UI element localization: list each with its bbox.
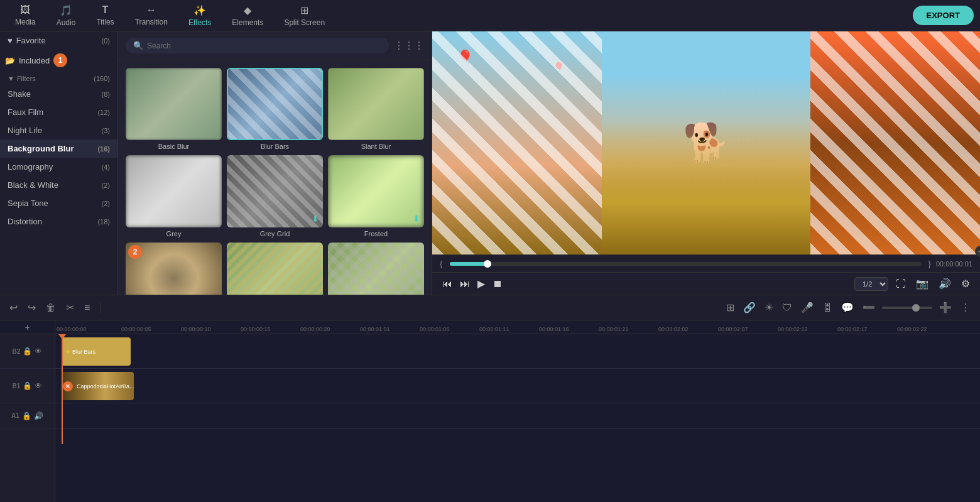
export-button[interactable]: EXPORT (913, 6, 974, 25)
sidebar-item-included[interactable]: 📂 Included 1 ◀ (0, 50, 117, 71)
more-options-button[interactable]: ⋮ (959, 300, 972, 315)
nav-effects[interactable]: ✨ Effects (180, 2, 220, 30)
effect-thumb-rings: 2 (126, 243, 222, 295)
grid-layout-icon[interactable]: ⋮⋮⋮ (394, 40, 424, 52)
effect-diamonds[interactable]: ⬇ Diamonds (328, 243, 424, 295)
rewind-button[interactable]: ⏮ (440, 276, 455, 292)
tracks-scroll-area[interactable]: 00:00:00:00 00:00:00:05 00:00:00:10 00:0… (55, 320, 980, 502)
ruler-time-3: 00:00:00:15 (241, 326, 271, 332)
audio-volume[interactable]: 🔊 (34, 412, 43, 420)
nav-titles[interactable]: T Titles (87, 2, 122, 29)
volume-button[interactable]: 🔊 (936, 275, 954, 292)
lomography-label: Lomography (8, 162, 53, 172)
sidebar-item-background-blur[interactable]: Background Blur (16) (0, 139, 117, 158)
sidebar-item-distortion[interactable]: Distortion (18) (0, 212, 117, 231)
sepia-tone-label: Sepia Tone (8, 199, 48, 208)
zoom-slider[interactable] (882, 307, 932, 309)
effect-slant-blur-label: Slant Blur (328, 143, 424, 150)
step-back-button[interactable]: ⏭ (457, 276, 472, 292)
track-2-number: B2 (13, 348, 21, 355)
fullscreen-button[interactable]: ⛶ (893, 276, 908, 292)
sidebar-item-black-white[interactable]: Black & White (2) (0, 176, 117, 194)
ruler-time-14: 00:00:02:22 (897, 326, 927, 332)
mic-button[interactable]: 🎤 (799, 300, 815, 315)
black-white-count: (2) (102, 182, 110, 189)
bracket-end: } (928, 259, 931, 268)
sidebar-item-night-life[interactable]: Night Life (3) (0, 121, 117, 139)
undo-button[interactable]: ↩ (8, 300, 19, 315)
sidebar-item-favorite[interactable]: ♥ Favorite (0) (0, 31, 117, 50)
add-track-button[interactable]: ⊞ (724, 300, 736, 315)
audio-mix-button[interactable]: 🎛 (820, 300, 834, 315)
track-1-number: B1 (13, 383, 21, 390)
zoom-handle[interactable] (912, 304, 920, 312)
progress-bar[interactable] (450, 262, 920, 266)
snapshot-button[interactable]: 📷 (913, 275, 931, 292)
quality-select[interactable]: 1/2 (854, 277, 888, 291)
clip-x-button[interactable]: ✕ (63, 381, 73, 391)
effect-clip-blur-bars[interactable]: ★ Blur Bars (62, 337, 131, 366)
nav-transition[interactable]: ↔ Transition (126, 2, 177, 29)
sidebar-item-lomography[interactable]: Lomography (4) (0, 158, 117, 176)
effect-blur-bars[interactable]: Blur Bars (227, 68, 323, 150)
effect-interwoven[interactable]: ⬇ Interwoven (227, 243, 323, 295)
sidebar-item-sepia-tone[interactable]: Sepia Tone (2) (0, 194, 117, 212)
search-box[interactable]: 🔍 (126, 38, 389, 53)
control-buttons-bar: ⏮ ⏭ ▶ ⏹ 1/2 ⛶ 📷 🔊 ⚙ (432, 272, 980, 295)
track-2-eye[interactable]: 👁 (35, 347, 42, 356)
lomography-count: (4) (102, 163, 110, 171)
sidebar-item-faux-film[interactable]: Faux Film (12) (0, 103, 117, 121)
subtitle-button[interactable]: 💬 (839, 300, 856, 315)
zoom-out-button[interactable]: ➖ (861, 300, 877, 315)
effect-thumb-slant-blur (328, 68, 424, 140)
effect-rings[interactable]: 2 Rings (126, 243, 222, 295)
progress-handle[interactable] (484, 260, 491, 268)
timeline-body: + B2 🔒 👁 B1 🔒 👁 A1 🔒 🔊 (0, 320, 980, 502)
search-icon: 🔍 (133, 41, 143, 50)
effect-frosted[interactable]: ⬇ Frosted (328, 155, 424, 237)
preview-right-panel (810, 31, 980, 254)
step-badge-1: 1 (53, 53, 67, 67)
play-button[interactable]: ▶ (475, 275, 487, 292)
sidebar-item-shake[interactable]: Shake (8) (0, 85, 117, 103)
ruler-time-5: 00:00:01:01 (360, 326, 390, 332)
filters-count: (160) (94, 75, 110, 82)
nav-media[interactable]: 🖼 Media (6, 2, 45, 29)
nav-audio[interactable]: 🎵 Audio (48, 2, 85, 30)
track-labels: + B2 🔒 👁 B1 🔒 👁 A1 🔒 🔊 (0, 320, 55, 502)
audio-lock[interactable]: 🔒 (22, 412, 31, 420)
ruler-time-4: 00:00:00:20 (300, 326, 330, 332)
nav-elements[interactable]: ◆ Elements (223, 2, 272, 30)
track-1-lock[interactable]: 🔒 (23, 381, 32, 390)
track-2-label: B2 🔒 👁 (0, 334, 55, 369)
ruler-time-0: 00:00:00:00 (57, 326, 87, 332)
cut-button[interactable]: ✂ (64, 300, 76, 315)
black-white-label: Black & White (8, 180, 58, 190)
delete-button[interactable]: 🗑 (44, 300, 58, 315)
zoom-in-button[interactable]: ➕ (937, 300, 954, 315)
preview-left-panel (432, 31, 602, 254)
track-2-lock[interactable]: 🔒 (23, 347, 32, 356)
effect-grey-grid[interactable]: ⬇ Grey Grid (227, 155, 323, 237)
effect-thumb-basic-blur (126, 68, 222, 140)
stop-button[interactable]: ⏹ (490, 276, 505, 292)
search-input[interactable] (147, 41, 381, 50)
track-2-content: ★ Blur Bars (55, 334, 980, 369)
effect-grey[interactable]: Grey (126, 155, 222, 237)
settings-button[interactable]: ⚙ (959, 275, 972, 292)
ruler-time-2: 00:00:00:10 (181, 326, 211, 332)
toolbar-right-tools: ⊞ 🔗 ☀ 🛡 🎤 🎛 💬 ➖ ➕ ⋮ (724, 300, 972, 315)
effect-thumb-diamonds: ⬇ (328, 243, 424, 295)
effects-sidebar: ♥ Favorite (0) 📂 Included 1 ◀ ▼ Filters … (0, 31, 118, 295)
nav-splitscreen[interactable]: ⊞ Split Screen (275, 2, 334, 30)
effect-slant-blur[interactable]: Slant Blur (328, 68, 424, 150)
video-clip-main[interactable]: ✕ CappodociaHotAirBa... (62, 372, 134, 400)
shield-button[interactable]: 🛡 (780, 300, 794, 315)
redo-button[interactable]: ↪ (26, 300, 38, 315)
track-1-eye[interactable]: 👁 (35, 381, 42, 390)
sun-icon[interactable]: ☀ (763, 300, 775, 315)
magnet-button[interactable]: 🔗 (741, 300, 758, 315)
add-media-button[interactable]: + (24, 322, 30, 332)
properties-button[interactable]: ≡ (82, 300, 92, 315)
effect-basic-blur[interactable]: Basic Blur (126, 68, 222, 150)
